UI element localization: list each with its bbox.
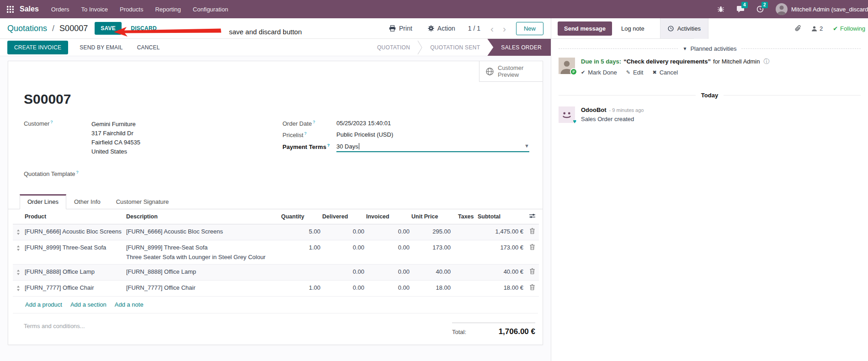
log-note-button[interactable]: Log note xyxy=(614,18,652,39)
dropdown-caret-icon[interactable]: ▼ xyxy=(524,143,529,149)
column-delivered[interactable]: Delivered xyxy=(321,209,365,224)
cancel-button[interactable]: CANCEL xyxy=(134,44,163,51)
cell-taxes[interactable] xyxy=(452,281,477,297)
add-note-link[interactable]: Add a note xyxy=(115,301,144,308)
cell-quantity[interactable]: 1.00 xyxy=(280,240,321,265)
order-date-field[interactable]: 05/25/2023 15:40:01 xyxy=(336,120,391,127)
column-description[interactable]: Description xyxy=(125,209,280,224)
breadcrumb-quotations[interactable]: Quotations xyxy=(7,24,47,33)
chevron-left-icon[interactable]: ‹ xyxy=(490,24,494,33)
cell-product[interactable]: [FURN_8888] Office Lamp xyxy=(24,265,125,281)
cell-taxes[interactable] xyxy=(452,224,477,240)
column-invoiced[interactable]: Invoiced xyxy=(365,209,410,224)
customer-preview-button[interactable]: Customer Preview xyxy=(479,61,543,82)
cell-quantity[interactable]: 5.00 xyxy=(280,224,321,240)
user-menu[interactable]: Mitchell Admin (save_discard xyxy=(776,3,868,15)
messages-icon[interactable]: 4 xyxy=(736,5,745,13)
mark-done-button[interactable]: ✔Mark Done xyxy=(581,69,617,76)
drag-handle-icon[interactable] xyxy=(13,224,24,240)
cell-invoiced[interactable]: 0.00 xyxy=(365,224,410,240)
cell-delivered[interactable]: 0.00 xyxy=(321,240,365,265)
cell-invoiced[interactable]: 0.00 xyxy=(365,240,410,265)
debug-bug-icon[interactable] xyxy=(717,5,724,13)
optional-columns-button[interactable] xyxy=(525,209,539,224)
send-by-email-button[interactable]: SEND BY EMAIL xyxy=(77,44,125,51)
save-button[interactable]: SAVE xyxy=(95,22,122,35)
column-subtotal[interactable]: Subtotal xyxy=(477,209,525,224)
cell-quantity[interactable]: 1.00 xyxy=(280,281,321,297)
cell-quantity[interactable] xyxy=(280,265,321,281)
column-quantity[interactable]: Quantity xyxy=(280,209,321,224)
terms-and-conditions-field[interactable]: Terms and conditions... xyxy=(24,323,85,329)
drag-handle-icon[interactable] xyxy=(13,281,24,297)
create-invoice-button[interactable]: CREATE INVOICE xyxy=(7,41,68,54)
step-quotation-sent[interactable]: QUOTATION SENT xyxy=(423,39,487,56)
edit-activity-button[interactable]: ✎Edit xyxy=(626,69,644,76)
tab-customer-signature[interactable]: Customer Signature xyxy=(108,194,177,209)
menu-reporting[interactable]: Reporting xyxy=(155,6,181,13)
column-unit-price[interactable]: Unit Price xyxy=(410,209,452,224)
menu-orders[interactable]: Orders xyxy=(51,6,69,13)
cell-taxes[interactable] xyxy=(452,265,477,281)
new-button[interactable]: New xyxy=(516,22,543,35)
payment-terms-field[interactable]: 30 Days ▼ xyxy=(336,143,529,152)
cell-product[interactable]: [FURN_7777] Office Chair xyxy=(24,281,125,297)
followers-icon xyxy=(811,26,817,32)
menu-to-invoice[interactable]: To Invoice xyxy=(81,6,108,13)
menu-configuration[interactable]: Configuration xyxy=(193,6,228,13)
drag-handle-icon[interactable] xyxy=(13,265,24,281)
cell-product[interactable]: [FURN_8999] Three-Seat Sofa xyxy=(24,240,125,265)
delete-row-button[interactable] xyxy=(525,240,539,265)
drag-handle-icon[interactable] xyxy=(13,240,24,265)
delete-row-button[interactable] xyxy=(525,224,539,240)
delete-row-button[interactable] xyxy=(525,265,539,281)
cancel-activity-button[interactable]: ✖Cancel xyxy=(652,69,678,76)
cell-delivered[interactable]: 0.00 xyxy=(321,224,365,240)
order-reference-title[interactable]: S00007 xyxy=(24,91,543,107)
tab-other-info[interactable]: Other Info xyxy=(66,194,108,209)
customer-link[interactable]: Gemini Furniture xyxy=(91,120,140,129)
cell-invoiced[interactable]: 0.00 xyxy=(365,265,410,281)
following-button[interactable]: ✔ Following xyxy=(833,25,865,32)
chevron-right-icon[interactable]: › xyxy=(503,24,506,33)
add-product-link[interactable]: Add a product xyxy=(25,301,62,308)
activities-tab[interactable]: Activities xyxy=(660,18,708,39)
menu-products[interactable]: Products xyxy=(120,6,143,13)
step-quotation[interactable]: QUOTATION xyxy=(370,39,417,56)
planned-activities-toggle[interactable]: ▼ Planned activities xyxy=(682,45,736,52)
step-sales-order[interactable]: SALES ORDER xyxy=(487,39,551,56)
discard-button[interactable]: DISCARD xyxy=(128,25,160,32)
column-taxes[interactable]: Taxes xyxy=(452,209,477,224)
cell-unit-price[interactable]: 173.00 xyxy=(410,240,452,265)
cell-description[interactable]: [FURN_8999] Three-Seat Sofa Three Seater… xyxy=(125,240,280,265)
cell-description[interactable]: [FURN_8888] Office Lamp xyxy=(125,265,280,281)
info-icon[interactable]: ⓘ xyxy=(763,58,769,66)
cell-invoiced[interactable]: 0.00 xyxy=(365,281,410,297)
apps-grid-icon[interactable] xyxy=(5,4,16,15)
cell-unit-price[interactable]: 18.00 xyxy=(410,281,452,297)
followers-button[interactable]: 2 xyxy=(811,25,823,32)
action-button[interactable]: Action xyxy=(425,24,458,32)
delete-row-button[interactable] xyxy=(525,281,539,297)
cell-taxes[interactable] xyxy=(452,240,477,265)
cell-delivered[interactable]: 0.00 xyxy=(321,281,365,297)
pricelist-field[interactable]: Public Pricelist (USD) xyxy=(336,131,393,138)
messages-count-badge: 4 xyxy=(741,2,748,8)
column-product[interactable]: Product xyxy=(24,209,125,224)
cell-delivered[interactable]: 0.00 xyxy=(321,265,365,281)
tab-order-lines[interactable]: Order Lines xyxy=(20,194,66,209)
cell-description[interactable]: [FURN_7777] Office Chair xyxy=(125,281,280,297)
cell-product[interactable]: [FURN_6666] Acoustic Bloc Screens xyxy=(24,224,125,240)
activities-clock-icon[interactable]: 2 xyxy=(756,5,764,13)
paperclip-icon[interactable] xyxy=(795,25,801,32)
app-name[interactable]: Sales xyxy=(20,5,39,13)
quotation-template-label: Quotation Template? xyxy=(24,170,91,177)
order-date-label: Order Date? xyxy=(282,120,336,127)
add-section-link[interactable]: Add a section xyxy=(70,301,107,308)
send-message-button[interactable]: Send message xyxy=(558,21,612,36)
cell-unit-price[interactable]: 295.00 xyxy=(410,224,452,240)
today-divider: Today xyxy=(559,92,861,99)
print-button[interactable]: Print xyxy=(386,24,415,32)
cell-unit-price[interactable]: 40.00 xyxy=(410,265,452,281)
cell-description[interactable]: [FURN_6666] Acoustic Bloc Screens xyxy=(125,224,280,240)
